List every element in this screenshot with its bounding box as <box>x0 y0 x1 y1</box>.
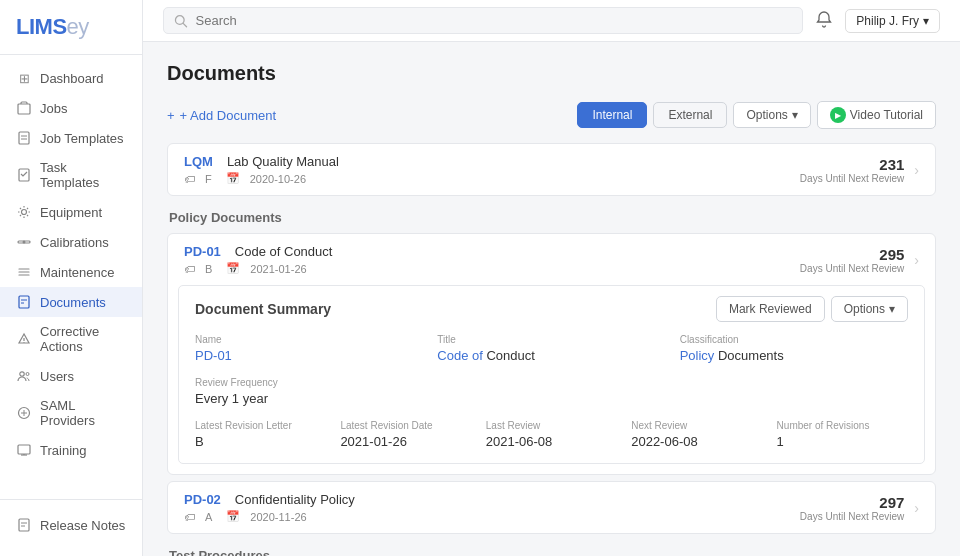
play-icon: ▶ <box>830 107 846 123</box>
logo: LIMSey <box>0 0 142 55</box>
sidebar-item-documents[interactable]: Documents <box>0 287 142 317</box>
add-document-label: + Add Document <box>180 108 276 123</box>
sidebar-item-label: Training <box>40 443 86 458</box>
user-menu-button[interactable]: Philip J. Fry ▾ <box>845 9 940 33</box>
summary-options-label: Options <box>844 302 885 316</box>
pd02-days: 297 Days Until Next Review <box>800 494 904 522</box>
corrective-actions-icon <box>16 331 32 347</box>
test-procedures-section-header: Test Procedures <box>167 548 936 556</box>
tag-icon: 🏷 <box>184 173 195 185</box>
sidebar-item-training[interactable]: Training <box>0 435 142 465</box>
sidebar-item-label: Maintenence <box>40 265 114 280</box>
pd02-meta: 🏷 A 📅 2020-11-26 <box>184 510 800 523</box>
pd01-days-num: 295 <box>800 246 904 263</box>
sidebar-item-label: Task Templates <box>40 160 126 190</box>
sidebar-item-jobs[interactable]: Jobs <box>0 93 142 123</box>
lqm-tag: F <box>205 173 212 185</box>
lqm-days-num: 231 <box>800 156 904 173</box>
pd02-card-row[interactable]: PD-02 Confidentiality Policy 🏷 A 📅 2020-… <box>168 482 935 533</box>
pd01-info: PD-01 Code of Conduct 🏷 B 📅 2021-01-26 <box>184 244 800 275</box>
summary-name-value: PD-01 <box>195 348 423 363</box>
options-chevron-icon: ▾ <box>792 108 798 122</box>
dashboard-icon: ⊞ <box>16 70 32 86</box>
svg-point-12 <box>23 342 24 343</box>
sidebar-footer: Release Notes <box>0 499 142 556</box>
svg-point-5 <box>22 210 27 215</box>
summary-last-review-field: Last Review 2021-06-08 <box>486 420 617 449</box>
notification-bell-button[interactable] <box>815 10 833 32</box>
summary-fields-row2: Latest Revision Letter B Latest Revision… <box>179 420 924 463</box>
mark-reviewed-button[interactable]: Mark Reviewed <box>716 296 825 322</box>
internal-button[interactable]: Internal <box>577 102 647 128</box>
sidebar-item-dashboard[interactable]: ⊞ Dashboard <box>0 63 142 93</box>
document-summary-panel: Document Summary Mark Reviewed Options ▾… <box>178 285 925 464</box>
sidebar-item-label: Documents <box>40 295 106 310</box>
options-label: Options <box>746 108 787 122</box>
search-input[interactable] <box>196 13 793 28</box>
sidebar-item-label: SAML Providers <box>40 398 126 428</box>
sidebar-item-maintenence[interactable]: Maintenence <box>0 257 142 287</box>
svg-point-14 <box>26 373 29 376</box>
sidebar-item-label: Dashboard <box>40 71 104 86</box>
lqm-card-row[interactable]: LQM Lab Quality Manual 🏷 F 📅 2020-10-26 … <box>168 144 935 195</box>
options-button[interactable]: Options ▾ <box>733 102 810 128</box>
task-templates-icon <box>16 167 32 183</box>
summary-review-freq-value: Every 1 year <box>195 391 423 406</box>
sidebar-item-task-templates[interactable]: Task Templates <box>0 153 142 197</box>
doc-toggle-group: Internal External Options ▾ ▶ Video Tuto… <box>577 101 936 129</box>
summary-rev-letter-label: Latest Revision Letter <box>195 420 326 431</box>
pd01-document-card: PD-01 Code of Conduct 🏷 B 📅 2021-01-26 2… <box>167 233 936 475</box>
plus-icon: + <box>167 108 175 123</box>
policy-section-header: Policy Documents <box>167 210 936 225</box>
summary-num-revisions-label: Number of Revisions <box>777 420 908 431</box>
sidebar-item-calibrations[interactable]: Calibrations <box>0 227 142 257</box>
pd01-id: PD-01 <box>184 244 221 259</box>
svg-line-23 <box>183 23 186 26</box>
external-button[interactable]: External <box>653 102 727 128</box>
summary-review-freq-field: Review Frequency Every 1 year <box>195 377 423 406</box>
pd02-days-label: Days Until Next Review <box>800 511 904 522</box>
search-icon <box>174 14 188 28</box>
summary-title-label: Title <box>437 334 665 345</box>
sidebar-item-label: Users <box>40 369 74 384</box>
add-document-link[interactable]: + + Add Document <box>167 108 276 123</box>
lqm-info: LQM Lab Quality Manual 🏷 F 📅 2020-10-26 <box>184 154 800 185</box>
summary-next-review-field: Next Review 2022-06-08 <box>631 420 762 449</box>
pd01-card-row[interactable]: PD-01 Code of Conduct 🏷 B 📅 2021-01-26 2… <box>168 234 935 285</box>
doc-toolbar: + + Add Document Internal External Optio… <box>167 101 936 129</box>
sidebar-item-saml-providers[interactable]: SAML Providers <box>0 391 142 435</box>
chevron-right-icon: › <box>914 162 919 178</box>
sidebar-item-label: Equipment <box>40 205 102 220</box>
sidebar-nav: ⊞ Dashboard Jobs Job Templates Task Temp… <box>0 55 142 499</box>
sidebar: LIMSey ⊞ Dashboard Jobs Job Templates Ta… <box>0 0 143 556</box>
content-area: Documents + + Add Document Internal Exte… <box>143 42 960 556</box>
svg-rect-8 <box>19 296 29 308</box>
calendar-icon: 📅 <box>226 172 240 185</box>
job-templates-icon <box>16 130 32 146</box>
svg-rect-1 <box>19 132 29 144</box>
sidebar-item-job-templates[interactable]: Job Templates <box>0 123 142 153</box>
summary-options-button[interactable]: Options ▾ <box>831 296 908 322</box>
topbar: Philip J. Fry ▾ <box>143 0 960 42</box>
summary-classification-label: Classification <box>680 334 908 345</box>
lqm-meta: 🏷 F 📅 2020-10-26 <box>184 172 800 185</box>
video-tutorial-button[interactable]: ▶ Video Tutorial <box>817 101 936 129</box>
sidebar-item-corrective-actions[interactable]: Corrective Actions <box>0 317 142 361</box>
sidebar-item-release-notes[interactable]: Release Notes <box>0 510 142 540</box>
pd01-days: 295 Days Until Next Review <box>800 246 904 274</box>
pd02-date: 2020-11-26 <box>250 511 306 523</box>
svg-rect-0 <box>18 104 30 114</box>
pd01-meta: 🏷 B 📅 2021-01-26 <box>184 262 800 275</box>
summary-options-chevron-icon: ▾ <box>889 302 895 316</box>
pd02-info: PD-02 Confidentiality Policy 🏷 A 📅 2020-… <box>184 492 800 523</box>
lqm-days-label: Days Until Next Review <box>800 173 904 184</box>
lqm-date: 2020-10-26 <box>250 173 306 185</box>
calendar-icon: 📅 <box>226 510 240 523</box>
training-icon <box>16 442 32 458</box>
summary-rev-letter-value: B <box>195 434 326 449</box>
pd01-name: Code of Conduct <box>235 244 800 259</box>
sidebar-item-users[interactable]: Users <box>0 361 142 391</box>
search-wrap[interactable] <box>163 7 803 34</box>
sidebar-item-equipment[interactable]: Equipment <box>0 197 142 227</box>
svg-rect-19 <box>19 519 29 531</box>
